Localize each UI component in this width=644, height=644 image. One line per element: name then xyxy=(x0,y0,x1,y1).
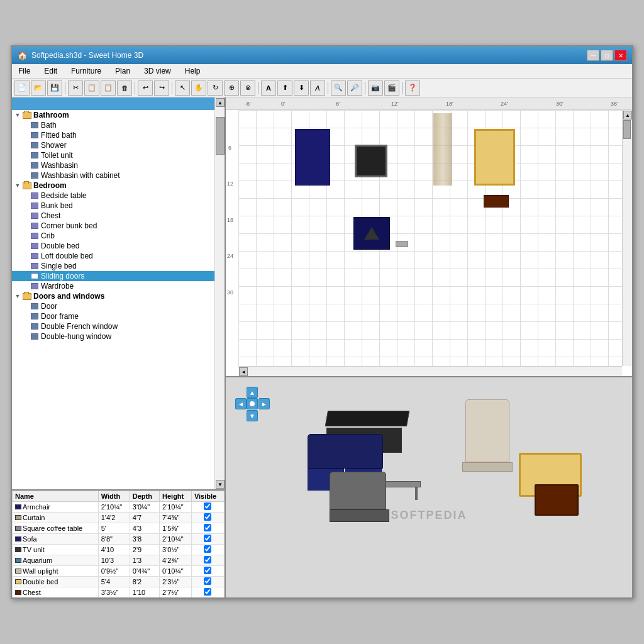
tree-item-fitted-bath[interactable]: Fitted bath xyxy=(12,130,225,140)
vertical-scrollbar[interactable]: ▲ xyxy=(622,110,632,366)
tool-photo[interactable]: 📷 xyxy=(368,80,383,96)
tool-open[interactable]: 📂 xyxy=(31,80,46,96)
tool-copy[interactable]: 📋 xyxy=(84,80,99,96)
tree-category-bedroom[interactable]: ▼ Bedroom xyxy=(12,180,225,191)
row-armchair-visible[interactable] xyxy=(191,502,224,513)
tree-item-crib[interactable]: Crib xyxy=(12,231,225,241)
table-row[interactable]: Curtain 1'4'2 4'7 7'4⅜" xyxy=(13,513,225,523)
row-doublebed-visible[interactable] xyxy=(191,577,224,587)
navigation-controls[interactable]: ▲ ▼ ◄ ► xyxy=(235,387,270,421)
expand-bathroom[interactable]: ▼ xyxy=(13,111,22,119)
row-coffee-visible[interactable] xyxy=(191,523,224,534)
tool-remove[interactable]: ⊗ xyxy=(240,80,255,96)
vscroll-up[interactable]: ▲ xyxy=(623,111,632,119)
scroll-down-arrow[interactable]: ▼ xyxy=(216,480,225,489)
row-aquarium-visible[interactable] xyxy=(191,555,224,566)
tree-item-doorframe[interactable]: Door frame xyxy=(12,311,225,321)
scroll-up-arrow[interactable]: ▲ xyxy=(216,98,225,107)
tree-item-doublehung[interactable]: Double-hung window xyxy=(12,331,225,341)
minimize-button[interactable]: ─ xyxy=(587,50,599,61)
tree-item-bedside[interactable]: Bedside table xyxy=(12,191,225,201)
table-row[interactable]: Aquarium 10'3 1'3 4'2¾" xyxy=(13,555,225,566)
table-row[interactable]: Double bed 5'4 8'2 2'3½" xyxy=(13,577,225,587)
bedside-label: Bedside table xyxy=(41,191,87,200)
tool-size-down[interactable]: ⬇ xyxy=(294,80,309,96)
tool-cut[interactable]: ✂ xyxy=(68,80,83,96)
maximize-button[interactable]: □ xyxy=(601,50,613,61)
table-row[interactable]: Armchair 2'10¼" 3'0¼" 2'10¼" xyxy=(13,502,225,513)
row-sofa-visible[interactable] xyxy=(191,534,224,545)
tree-item-loftdouble[interactable]: Loft double bed xyxy=(12,251,225,261)
tree-category-doors[interactable]: ▼ Doors and windows xyxy=(12,291,225,301)
nav-down-button[interactable]: ▼ xyxy=(247,410,258,421)
menu-furniture[interactable]: Furniture xyxy=(67,65,105,77)
furniture-tree[interactable]: ▼ Bathroom Bath Fitted bath Shower xyxy=(12,97,225,491)
window-controls: ─ □ ✕ xyxy=(587,50,627,61)
tool-add[interactable]: ⊕ xyxy=(224,80,239,96)
tree-item-doublebed[interactable]: Double bed xyxy=(12,241,225,251)
table-row[interactable]: Wall uplight 0'9½" 0'4¾" 0'10¼" xyxy=(13,566,225,577)
row-curtain-visible[interactable] xyxy=(191,513,224,523)
item-crib-icon xyxy=(30,231,40,240)
scroll-thumb[interactable] xyxy=(216,117,225,155)
tool-delete[interactable]: 🗑 xyxy=(117,80,132,96)
nav-right-button[interactable]: ► xyxy=(258,398,270,409)
tree-item-cornerbunk[interactable]: Corner bunk bed xyxy=(12,221,225,231)
tool-redo[interactable]: ↪ xyxy=(154,80,169,96)
tool-paste[interactable]: 📋 xyxy=(101,80,116,96)
row-aquarium-width: 10'3 xyxy=(98,555,130,566)
tool-undo[interactable]: ↩ xyxy=(138,80,153,96)
tree-item-chest[interactable]: Chest xyxy=(12,211,225,221)
table-row[interactable]: TV unit 4'10 2'9 3'0½" xyxy=(13,545,225,555)
tool-text[interactable]: A xyxy=(261,80,276,96)
tool-help[interactable]: ❓ xyxy=(405,80,420,96)
tool-text2[interactable]: A xyxy=(310,80,325,96)
close-button[interactable]: ✕ xyxy=(614,50,627,61)
fp-bed xyxy=(474,129,515,186)
vscroll-thumb[interactable] xyxy=(623,120,631,139)
hscroll-left[interactable]: ◄ xyxy=(239,367,248,376)
tree-item-door[interactable]: Door xyxy=(12,301,225,311)
tree-item-doublefrench[interactable]: Double French window xyxy=(12,321,225,331)
table-row[interactable]: Chest 3'3½" 1'10 2'7½" xyxy=(13,587,225,598)
tree-item-toilet[interactable]: Toilet unit xyxy=(12,150,225,160)
tree-item-shower[interactable]: Shower xyxy=(12,140,225,150)
tree-scrollbar[interactable]: ▲ ▼ xyxy=(214,97,225,489)
nav-center-button[interactable] xyxy=(247,398,258,409)
row-chest-visible[interactable] xyxy=(191,587,224,598)
row-walluplight-visible[interactable] xyxy=(191,566,224,577)
tree-item-bath[interactable]: Bath xyxy=(12,120,225,130)
menu-help[interactable]: Help xyxy=(181,65,204,77)
tree-item-washbasin-cabinet[interactable]: Washbasin with cabinet xyxy=(12,170,225,180)
tool-zoom-in[interactable]: 🔍 xyxy=(331,80,346,96)
table-row[interactable]: Square coffee table 5' 4'3 1'5⅜" xyxy=(13,523,225,534)
tree-item-bunkbed[interactable]: Bunk bed xyxy=(12,201,225,211)
menu-edit[interactable]: Edit xyxy=(40,65,61,77)
tree-category-bathroom[interactable]: ▼ Bathroom xyxy=(12,110,225,120)
tree-item-washbasin[interactable]: Washbasin xyxy=(12,160,225,170)
horizontal-scrollbar[interactable]: ◄ xyxy=(238,366,622,376)
tool-size-up[interactable]: ⬆ xyxy=(277,80,292,96)
tree-item-sliding-doors[interactable]: Sliding doors xyxy=(12,271,225,281)
tool-zoom-out[interactable]: 🔎 xyxy=(347,80,362,96)
tree-item-wardrobe[interactable]: Wardrobe xyxy=(12,281,225,291)
tool-save[interactable]: 💾 xyxy=(47,80,62,96)
nav-left-button[interactable]: ◄ xyxy=(235,398,247,409)
menu-plan[interactable]: Plan xyxy=(111,65,134,77)
tool-pan[interactable]: ✋ xyxy=(191,80,206,96)
nav-up-button[interactable]: ▲ xyxy=(247,387,258,398)
tool-new[interactable]: 📄 xyxy=(14,80,30,96)
floor-content[interactable]: 6 12 18 24 30 xyxy=(238,110,622,366)
expand-bedroom[interactable]: ▼ xyxy=(13,181,22,190)
tree-item-singlebed[interactable]: Single bed xyxy=(12,261,225,271)
expand-doors[interactable]: ▼ xyxy=(13,292,22,301)
row-walluplight-width: 0'9½" xyxy=(98,566,130,577)
tool-rotate[interactable]: ↻ xyxy=(208,80,223,96)
menu-file[interactable]: File xyxy=(14,65,34,77)
floor-plan[interactable]: -6' 0' 6' 12' 18' 24' 30' 36' 6 12 18 xyxy=(226,97,632,377)
tool-video[interactable]: 🎬 xyxy=(384,80,399,96)
tool-select[interactable]: ↖ xyxy=(175,80,190,96)
row-tv-visible[interactable] xyxy=(191,545,224,555)
menu-3dview[interactable]: 3D view xyxy=(140,65,175,77)
table-row[interactable]: Sofa 8'8" 3'8 2'10¼" xyxy=(13,534,225,545)
